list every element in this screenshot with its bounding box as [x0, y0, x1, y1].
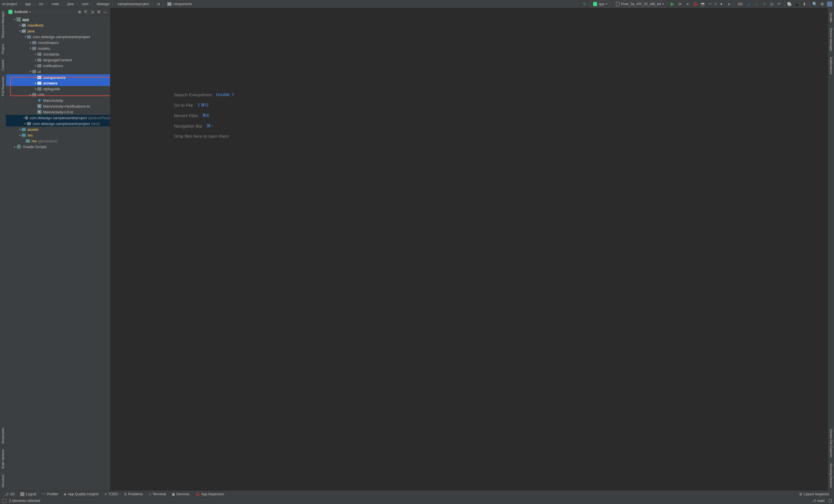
module-icon — [17, 17, 21, 21]
git-branch[interactable]: ⎇main — [812, 499, 825, 503]
git-update-icon[interactable]: ↙ — [747, 1, 752, 7]
tree-manifests[interactable]: ▸manifests — [6, 22, 110, 28]
tab-device-file-explorer[interactable]: Device File Explorer — [829, 426, 833, 460]
tree-pkg-main[interactable]: ▾com.delasign.samplestarterproject — [6, 34, 110, 40]
avd-icon[interactable]: 📱 — [794, 1, 799, 7]
hide-icon[interactable]: — — [103, 9, 108, 15]
tree-pkg-androidtest[interactable]: ▸com.delasign.samplestarterproject(andro… — [6, 115, 110, 121]
gear-icon[interactable]: ⚙ — [96, 9, 101, 15]
lock-icon[interactable] — [829, 499, 832, 503]
btab-problems[interactable]: ⊘Problems — [121, 492, 146, 496]
tree-java[interactable]: ▾java — [6, 28, 110, 34]
btab-logcat[interactable]: Logcat — [17, 492, 39, 496]
device-dropdown[interactable]: Pixel_3a_API_33_x86_64 ▾ — [613, 1, 667, 7]
git-push-icon[interactable]: ↗ — [762, 1, 767, 7]
tab-notifications[interactable]: Notifications — [829, 54, 833, 77]
btab-services[interactable]: ▣Services — [169, 492, 193, 496]
rollback-icon[interactable]: ↶ — [777, 1, 782, 7]
tree-gradle-scripts[interactable]: ▸Gradle Scripts — [6, 144, 110, 150]
tree-res-generated[interactable]: ▸res(generated) — [6, 138, 110, 144]
sdk-icon[interactable]: ⬇ — [802, 1, 807, 7]
tree-components[interactable]: ▸components — [6, 74, 110, 80]
account-icon[interactable] — [827, 1, 832, 7]
crumb-4[interactable]: java — [67, 2, 74, 6]
class-icon — [37, 98, 41, 102]
git-commit-icon[interactable]: ✓ — [754, 1, 759, 7]
tree-mainactivity-notifications[interactable]: ▸MainActivity+Notifications.kt — [6, 103, 110, 109]
tree-styleguide[interactable]: ▸styleguide — [6, 86, 110, 92]
profiler-icon[interactable]: 〰 — [707, 1, 713, 7]
expand-icon[interactable]: ⇱ — [83, 9, 89, 15]
tab-bookmarks[interactable]: Bookmarks — [1, 425, 5, 446]
chevron-down-icon[interactable]: ▾ — [29, 10, 31, 14]
crumb-7[interactable]: samplestarterproject — [117, 2, 150, 6]
tab-running-devices[interactable]: Running Devices — [829, 461, 833, 490]
tree-ui[interactable]: ▾ui — [6, 69, 110, 74]
run-button[interactable]: ▶ — [670, 1, 675, 7]
tab-commit[interactable]: Commit — [1, 57, 5, 73]
crumb-3[interactable]: main — [51, 2, 60, 6]
tab-structure[interactable]: Structure — [1, 472, 5, 490]
hint-drop-files: Drop files here to open them — [174, 134, 229, 139]
btab-terminal[interactable]: ▱Terminal — [146, 492, 169, 496]
left-toolstrip: Resource Manager Project Commit Pull Req… — [0, 8, 6, 490]
tree-mainactivity[interactable]: ▸MainActivity — [6, 97, 110, 103]
settings-icon[interactable]: ⚙ — [819, 1, 825, 7]
crumb-8[interactable]: ui — [157, 2, 160, 6]
status-icon[interactable] — [2, 499, 6, 503]
tree-res[interactable]: ▸res — [6, 132, 110, 138]
tree-coordinators[interactable]: ▸coordinators — [6, 40, 110, 45]
btab-todo[interactable]: ≡TODO — [102, 492, 121, 496]
tree-assets[interactable]: ▸assets — [6, 127, 110, 132]
tab-device-manager[interactable]: Device Manager — [829, 25, 833, 54]
search-icon[interactable]: 🔍 — [812, 1, 817, 7]
hint-search-everywhere: Search EverywhereDouble ⇧ — [174, 92, 235, 97]
crumb-0[interactable]: er-project — [2, 2, 18, 6]
sync-icon[interactable]: 🐘 — [787, 1, 792, 7]
tree-notifications[interactable]: ▸notifications — [6, 63, 110, 69]
crumb-2[interactable]: src — [39, 2, 44, 6]
navigation-bar: er-project〉 app〉 src〉 main〉 java〉 com〉 d… — [0, 0, 834, 8]
history-icon[interactable]: ◷ — [769, 1, 774, 7]
editor-empty-state[interactable]: Search EverywhereDouble ⇧ Go to File⇧⌘O … — [110, 8, 828, 490]
project-view-name[interactable]: Android — [14, 10, 27, 14]
tree-pkg-test[interactable]: ▸com.delasign.samplestarterproject(test) — [6, 121, 110, 127]
debug-button[interactable]: 🐞 — [693, 1, 698, 7]
package-icon — [27, 35, 31, 39]
project-tree[interactable]: ▾app ▸manifests ▾java ▾com.delasign.samp… — [6, 16, 110, 490]
crumb-1[interactable]: app — [25, 2, 31, 6]
tree-mainactivity-ui[interactable]: ▸MainActivity+UI.kt — [6, 109, 110, 115]
crumb-9[interactable]: components — [173, 2, 193, 6]
apply-code-icon[interactable]: ≡ — [685, 1, 690, 7]
tree-constants[interactable]: ▸constants — [6, 51, 110, 57]
breadcrumb: er-project〉 app〉 src〉 main〉 java〉 com〉 d… — [2, 1, 193, 7]
coverage-icon[interactable]: ⬒ — [700, 1, 705, 7]
btab-git[interactable]: ⎇Git — [2, 492, 17, 496]
tab-project[interactable]: Project — [1, 41, 5, 57]
nav-back-icon[interactable]: ↖ — [583, 1, 587, 7]
stop-button[interactable]: ■ — [726, 1, 731, 7]
android-icon — [8, 10, 13, 14]
tab-pull-requests[interactable]: Pull Requests — [1, 73, 5, 99]
crumb-5[interactable]: com — [81, 2, 89, 6]
apply-changes-icon[interactable]: ⟳ — [677, 1, 683, 7]
btab-profiler[interactable]: 〰Profiler — [39, 492, 61, 496]
tree-screens[interactable]: ▸screens — [6, 80, 110, 86]
tree-models[interactable]: ▾models — [6, 45, 110, 51]
tab-resource-manager[interactable]: Resource Manager — [1, 8, 5, 41]
tab-build-variants[interactable]: Build Variants — [1, 446, 5, 472]
btab-layout-inspector[interactable]: ⊞Layout Inspector — [796, 492, 832, 496]
tab-gradle[interactable]: Gradle — [829, 10, 833, 25]
collapse-icon[interactable]: ⇲ — [90, 9, 95, 15]
tree-utils[interactable]: ▸utils — [6, 92, 110, 97]
tree-app[interactable]: ▾app — [6, 17, 110, 22]
btab-app-quality[interactable]: ◈App Quality Insights — [61, 492, 102, 496]
attach-debug-icon[interactable]: ✦ — [719, 1, 724, 7]
tree-languagecontent[interactable]: ▸languageContent — [6, 57, 110, 63]
package-icon — [32, 41, 36, 44]
run-config-dropdown[interactable]: app ▾ — [590, 1, 611, 7]
folder-icon — [22, 128, 26, 131]
btab-app-inspection[interactable]: 🐞App Inspection — [193, 492, 227, 496]
crumb-6[interactable]: delasign — [96, 2, 110, 6]
select-file-icon[interactable]: ⊕ — [77, 9, 82, 15]
